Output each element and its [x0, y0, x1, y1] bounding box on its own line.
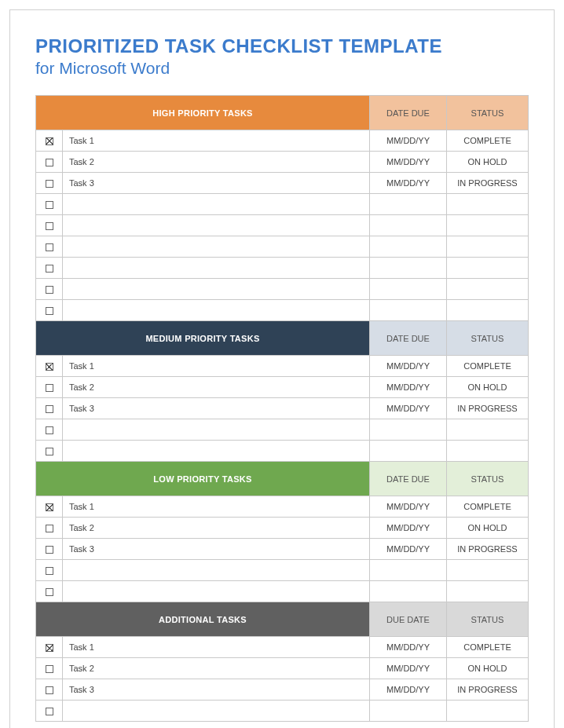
checkbox-icon[interactable] [46, 546, 53, 554]
checkbox-cell[interactable] [36, 658, 63, 679]
checkbox-icon[interactable] [46, 222, 53, 230]
checkbox-icon[interactable] [46, 686, 53, 694]
task-cell[interactable]: Task 3 [63, 679, 370, 701]
checkbox-icon[interactable] [46, 384, 53, 392]
status-cell[interactable]: COMPLETE [447, 637, 529, 658]
checkbox-cell[interactable] [36, 194, 63, 215]
date-due-cell[interactable] [370, 560, 447, 581]
status-cell[interactable] [447, 300, 529, 321]
checkbox-cell[interactable] [36, 215, 63, 236]
task-cell[interactable] [63, 581, 370, 602]
checkbox-icon[interactable] [46, 405, 53, 413]
date-due-cell[interactable]: MM/DD/YY [370, 377, 447, 398]
checkbox-cell[interactable] [36, 356, 63, 377]
checkbox-icon[interactable] [46, 265, 53, 273]
date-due-cell[interactable]: MM/DD/YY [370, 496, 447, 518]
checkbox-icon[interactable] [46, 426, 53, 434]
task-cell[interactable]: Task 1 [63, 637, 370, 658]
date-due-cell[interactable] [370, 300, 447, 321]
checkbox-cell[interactable] [36, 258, 63, 279]
date-due-cell[interactable]: MM/DD/YY [370, 539, 447, 560]
status-cell[interactable] [447, 258, 529, 279]
date-due-cell[interactable]: MM/DD/YY [370, 173, 447, 194]
checkbox-cell[interactable] [36, 539, 63, 560]
task-cell[interactable]: Task 3 [63, 173, 370, 194]
task-cell[interactable]: Task 3 [63, 398, 370, 419]
checkbox-cell[interactable] [36, 130, 63, 152]
date-due-cell[interactable]: MM/DD/YY [370, 658, 447, 679]
task-cell[interactable] [63, 194, 370, 215]
task-cell[interactable]: Task 2 [63, 152, 370, 173]
date-due-cell[interactable]: MM/DD/YY [370, 152, 447, 173]
status-cell[interactable]: ON HOLD [447, 377, 529, 398]
task-cell[interactable] [63, 300, 370, 321]
task-cell[interactable] [63, 419, 370, 441]
task-cell[interactable] [63, 441, 370, 462]
checkbox-cell[interactable] [36, 701, 63, 722]
date-due-cell[interactable] [370, 215, 447, 236]
checkbox-icon[interactable] [46, 588, 53, 596]
status-cell[interactable] [447, 236, 529, 258]
status-cell[interactable] [447, 215, 529, 236]
checkbox-icon[interactable] [46, 567, 53, 575]
checkbox-cell[interactable] [36, 441, 63, 462]
checkbox-cell[interactable] [36, 679, 63, 701]
status-cell[interactable]: ON HOLD [447, 518, 529, 539]
date-due-cell[interactable] [370, 258, 447, 279]
checkbox-icon[interactable] [46, 644, 53, 652]
date-due-cell[interactable]: MM/DD/YY [370, 518, 447, 539]
checkbox-icon[interactable] [46, 665, 53, 673]
status-cell[interactable] [447, 560, 529, 581]
status-cell[interactable] [447, 701, 529, 722]
checkbox-icon[interactable] [46, 201, 53, 209]
status-cell[interactable]: ON HOLD [447, 658, 529, 679]
date-due-cell[interactable] [370, 701, 447, 722]
checkbox-cell[interactable] [36, 152, 63, 173]
status-cell[interactable]: IN PROGRESS [447, 173, 529, 194]
status-cell[interactable] [447, 194, 529, 215]
task-cell[interactable]: Task 1 [63, 496, 370, 518]
checkbox-cell[interactable] [36, 518, 63, 539]
date-due-cell[interactable] [370, 441, 447, 462]
task-cell[interactable]: Task 1 [63, 356, 370, 377]
checkbox-icon[interactable] [46, 243, 53, 251]
checkbox-icon[interactable] [46, 286, 53, 294]
task-cell[interactable]: Task 2 [63, 377, 370, 398]
checkbox-cell[interactable] [36, 560, 63, 581]
status-cell[interactable] [447, 279, 529, 300]
checkbox-cell[interactable] [36, 419, 63, 441]
checkbox-cell[interactable] [36, 236, 63, 258]
task-cell[interactable] [63, 701, 370, 722]
task-cell[interactable] [63, 258, 370, 279]
checkbox-cell[interactable] [36, 581, 63, 602]
date-due-cell[interactable] [370, 236, 447, 258]
task-cell[interactable] [63, 215, 370, 236]
checkbox-icon[interactable] [46, 363, 53, 371]
checkbox-cell[interactable] [36, 398, 63, 419]
checkbox-icon[interactable] [46, 137, 53, 145]
date-due-cell[interactable] [370, 194, 447, 215]
date-due-cell[interactable]: MM/DD/YY [370, 679, 447, 701]
task-cell[interactable] [63, 560, 370, 581]
checkbox-icon[interactable] [46, 448, 53, 455]
status-cell[interactable] [447, 419, 529, 441]
checkbox-icon[interactable] [46, 708, 53, 715]
checkbox-icon[interactable] [46, 159, 53, 166]
task-cell[interactable]: Task 3 [63, 539, 370, 560]
checkbox-icon[interactable] [46, 525, 53, 532]
status-cell[interactable] [447, 581, 529, 602]
checkbox-icon[interactable] [46, 180, 53, 188]
status-cell[interactable]: ON HOLD [447, 152, 529, 173]
task-cell[interactable]: Task 1 [63, 130, 370, 152]
date-due-cell[interactable]: MM/DD/YY [370, 356, 447, 377]
checkbox-cell[interactable] [36, 300, 63, 321]
status-cell[interactable]: IN PROGRESS [447, 539, 529, 560]
status-cell[interactable]: IN PROGRESS [447, 398, 529, 419]
date-due-cell[interactable]: MM/DD/YY [370, 130, 447, 152]
task-cell[interactable] [63, 279, 370, 300]
status-cell[interactable] [447, 441, 529, 462]
date-due-cell[interactable] [370, 279, 447, 300]
date-due-cell[interactable] [370, 581, 447, 602]
checkbox-cell[interactable] [36, 173, 63, 194]
date-due-cell[interactable]: MM/DD/YY [370, 637, 447, 658]
